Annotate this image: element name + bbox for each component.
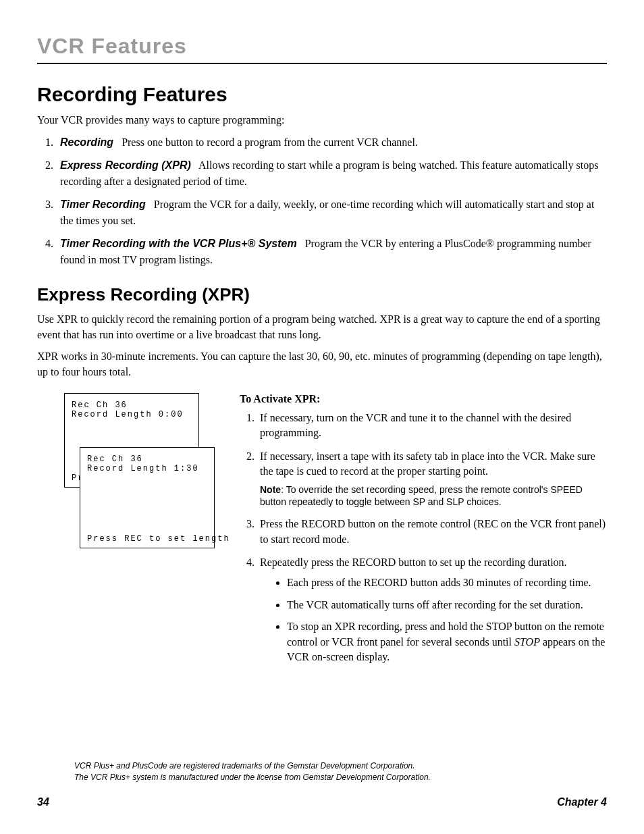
footnote-line: The VCR Plus+ system is manufactured und… xyxy=(74,772,431,783)
step-item: Press the RECORD button on the remote co… xyxy=(257,517,607,547)
note-text: : To override the set recording speed, p… xyxy=(260,484,583,508)
osd-bottom-line: Press REC to set length xyxy=(87,534,230,544)
list-item: Express Recording (XPR) Allows recording… xyxy=(56,157,607,190)
item-label: Recording xyxy=(60,136,113,148)
header-rule xyxy=(37,63,607,64)
note-label: Note xyxy=(260,484,281,495)
bullet-item: To stop an XPR recording, press and hold… xyxy=(287,619,607,664)
section-heading-recording-features: Recording Features xyxy=(37,83,607,106)
document-page: VCR Features Recording Features Your VCR… xyxy=(0,0,644,834)
step-item: Repeatedly press the RECORD button to se… xyxy=(257,555,607,664)
list-item: Timer Recording with the VCR Plus+® Syst… xyxy=(56,236,607,268)
list-item: Recording Press one button to record a p… xyxy=(56,134,607,151)
osd-illustration-column: Rec Ch 36 Record Length 0:00 Pr Rec Ch 3… xyxy=(37,393,240,569)
chapter-label: Chapter 4 xyxy=(557,796,607,808)
bullet-item: Each press of the RECORD button adds 30 … xyxy=(287,575,607,590)
section-heading-xpr: Express Recording (XPR) xyxy=(37,284,607,305)
osd-line: Rec Ch 36 xyxy=(72,400,192,410)
page-number: 34 xyxy=(37,796,49,808)
step-item: If necessary, turn on the VCR and tune i… xyxy=(257,411,607,441)
intro-paragraph: Your VCR provides many ways to capture p… xyxy=(37,113,607,128)
stop-word: STOP xyxy=(514,636,540,648)
item-text: Press one button to record a program fro… xyxy=(122,136,418,148)
recording-features-list: Recording Press one button to record a p… xyxy=(37,134,607,268)
item-label: Timer Recording xyxy=(60,199,146,210)
xpr-paragraph-1: Use XPR to quickly record the remaining … xyxy=(37,312,607,342)
item-label: Express Recording (XPR) xyxy=(60,159,191,171)
xpr-paragraph-2: XPR works in 30-minute increments. You c… xyxy=(37,349,607,380)
osd-line: Record Length 1:30 xyxy=(87,464,207,473)
osd-screen-2: Rec Ch 36 Record Length 1:30 Press REC t… xyxy=(80,447,215,548)
note-block: Note: To override the set recording spee… xyxy=(260,484,607,509)
page-header-title: VCR Features xyxy=(37,34,607,59)
footnotes: VCR Plus+ and PlusCode are registered tr… xyxy=(74,760,431,783)
list-item: Timer Recording Program the VCR for a da… xyxy=(56,197,607,229)
two-column-layout: Rec Ch 36 Record Length 0:00 Pr Rec Ch 3… xyxy=(37,393,607,673)
page-footer: 34 Chapter 4 xyxy=(37,796,607,808)
step-text: Repeatedly press the RECORD button to se… xyxy=(260,556,567,568)
activate-xpr-column: To Activate XPR: If necessary, turn on t… xyxy=(240,393,607,673)
bullet-item: The VCR automatically turns off after re… xyxy=(287,598,607,613)
osd-line: Rec Ch 36 xyxy=(87,454,207,464)
step-item: If necessary, insert a tape with its saf… xyxy=(257,449,607,509)
step-text: If necessary, insert a tape with its saf… xyxy=(260,450,595,477)
item-label: Timer Recording with the VCR Plus+® Syst… xyxy=(60,238,297,249)
sub-bullets: Each press of the RECORD button adds 30 … xyxy=(260,575,607,664)
osd-line: Record Length 0:00 xyxy=(72,410,192,419)
activate-heading: To Activate XPR: xyxy=(240,393,607,405)
activate-steps-list: If necessary, turn on the VCR and tune i… xyxy=(240,411,607,664)
footnote-line: VCR Plus+ and PlusCode are registered tr… xyxy=(74,760,431,772)
